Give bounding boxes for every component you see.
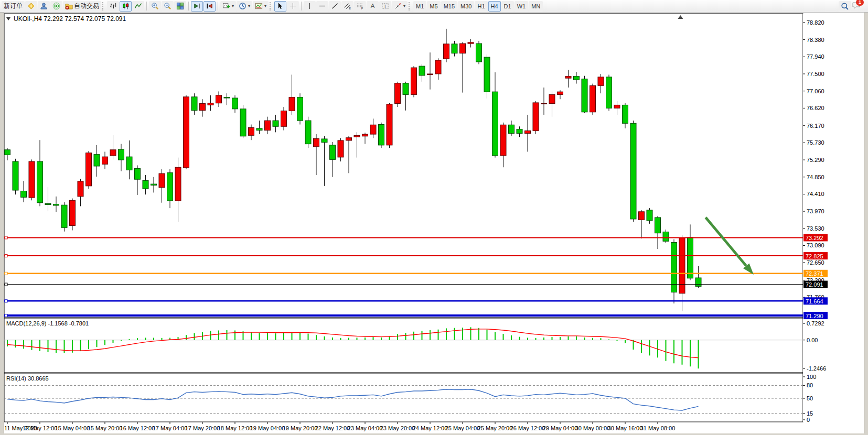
tile-windows-button[interactable] [174,1,186,12]
time-tick-label: 30 May 00:00 [575,425,610,431]
timeframe-w1-button[interactable]: W1 [515,1,529,12]
tile-windows-icon [176,2,184,10]
candle [5,150,10,155]
timeframe-m15-button[interactable]: M15 [441,1,457,12]
indicators-button[interactable]: ▾ [253,1,269,12]
notification-badge: 1 [856,0,864,6]
timeframe-m1-button[interactable]: M1 [413,1,426,12]
auto-trading-label: 自动交易 [74,2,99,10]
toolbar-grip [409,2,411,10]
zoom-in-button[interactable] [149,1,161,12]
zoom-out-button[interactable] [162,1,174,12]
candle [322,139,327,143]
auto-scroll-icon [193,2,201,10]
indicators-icon [255,2,263,10]
chart-canvas: 78.82078.38077.94077.50077.06076.62076.1… [0,0,868,435]
hline-handle[interactable] [5,314,7,317]
toolbar-separator [218,2,218,10]
candle [354,135,360,137]
time-tick-label: 24 May 12:00 [413,425,448,431]
vertical-line-icon [306,2,314,10]
timeframe-d1-button[interactable]: D1 [501,1,514,12]
crosshair-button[interactable] [287,1,299,12]
toolbar-separator [146,2,147,10]
candle [517,129,522,133]
timeframe-m5-button[interactable]: M5 [427,1,440,12]
time-tick-label: 17 May 20:00 [185,425,220,431]
trendline-button[interactable] [329,1,341,12]
cursor-button[interactable] [274,1,286,12]
rsi-tick-label: 15 [807,410,813,417]
price-tick-label: 76.170 [807,123,824,129]
signal-icon-button[interactable] [50,1,62,12]
candle [590,85,596,112]
rsi-tick-label: 0 [807,417,810,423]
notifications-button[interactable]: 1 [852,1,861,12]
fibonacci-button[interactable]: F [354,1,366,12]
vertical-line-button[interactable] [304,1,316,12]
cursor-icon [276,2,284,10]
new-chart-button[interactable]: ▾ [220,1,236,12]
arrows-button[interactable]: ▾ [392,1,408,12]
auto-trading-icon [65,2,73,10]
chart-candles-button[interactable] [120,1,132,12]
hline-price-label: 71.664 [806,298,823,304]
price-tick-label: 77.060 [807,88,824,94]
candle [688,237,693,278]
chart-bars-button[interactable] [107,1,119,12]
candle [175,167,181,201]
text-label-button[interactable]: T [379,1,391,12]
text-button[interactable]: A [367,1,379,12]
candle [419,66,425,75]
toolbar-separator [301,2,302,10]
rsi-tick-label: 80 [807,382,813,388]
time-tick-label: 23 May 20:00 [380,425,415,431]
candle [387,104,392,145]
equidistant-channel-button[interactable]: E [341,1,353,12]
new-chart-icon [222,2,230,10]
candle [565,76,571,78]
new-order-button[interactable]: 新订单 [2,1,25,12]
auto-scroll-button[interactable] [191,1,203,12]
candle [582,79,587,112]
search-icon [841,2,849,10]
candle [695,278,701,286]
timeframe-mn-button[interactable]: MN [529,1,543,12]
hline-handle[interactable] [5,300,7,302]
time-tick-label: 19 May 04:00 [250,425,285,431]
hline-price-label: 72.371 [806,270,823,277]
candle [191,97,197,111]
timeframe-group: M1M5M15M30H1H4D1W1MN [413,1,543,12]
candle [598,77,604,85]
candlestick-chart-icon [122,2,130,10]
hline-price-label: 72.825 [806,253,823,259]
horizontal-line-button[interactable] [316,1,328,12]
hline-price-label: 73.292 [806,235,823,241]
candle [525,130,531,133]
market-watch-icon[interactable] [25,1,37,12]
candle [143,180,148,189]
hline-handle[interactable] [5,236,7,239]
timeframe-h4-button[interactable]: H4 [488,1,501,12]
period-button[interactable]: ▾ [237,1,252,12]
candle [240,109,246,136]
auto-trading-button[interactable]: 自动交易 [63,1,101,12]
candle [70,200,76,225]
text-icon: A [369,2,377,10]
candle [541,103,547,104]
hline-handle[interactable] [5,255,7,257]
timeframe-h1-button[interactable]: H1 [475,1,487,12]
bar-chart-icon [109,2,117,10]
profile-icon-button[interactable] [38,1,50,12]
time-tick-label: 30 May 16:00 [608,425,643,431]
chart-line-button[interactable] [132,1,144,12]
candle [21,191,27,197]
time-tick-label: 19 May 20:00 [283,425,318,431]
chart-shift-button[interactable] [203,1,216,12]
hline-handle[interactable] [5,272,7,275]
candle [102,157,108,164]
time-tick-label: 25 May 04:00 [445,425,480,431]
candle [249,127,254,135]
search-button[interactable] [839,1,851,12]
timeframe-m30-button[interactable]: M30 [458,1,474,12]
